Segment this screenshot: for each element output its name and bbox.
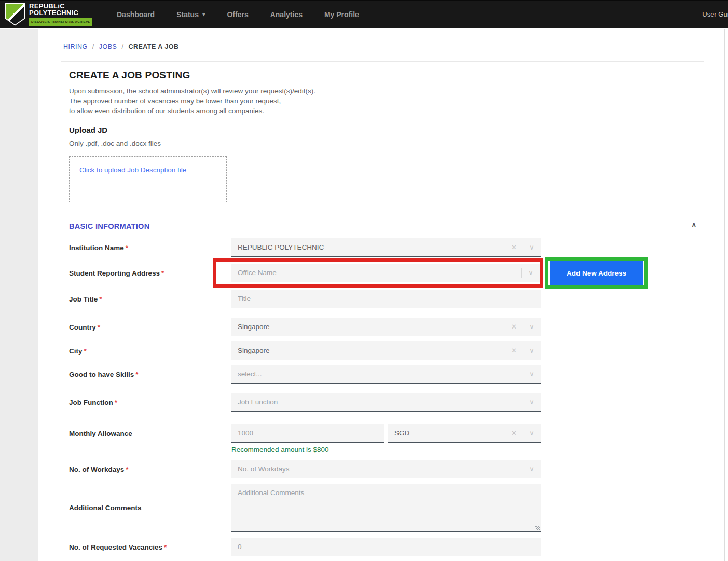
row-city: City* Singapore ✕ ∨ — [69, 341, 724, 360]
row-additional-comments: Additional Comments — [69, 484, 724, 532]
field-label: No. of Workdays — [69, 466, 124, 473]
nav-item-analytics[interactable]: Analytics — [270, 10, 303, 19]
upload-dropzone[interactable]: Click to upload Job Description file — [69, 156, 227, 202]
chevron-up-icon[interactable]: ∧ — [691, 221, 696, 228]
brand-tagline: DISCOVER. TRANSFORM. ACHIEVE — [29, 18, 92, 26]
clear-icon[interactable]: ✕ — [505, 429, 523, 437]
required-asterisk: * — [99, 295, 102, 303]
highlight-green-box: Add New Address — [545, 257, 648, 289]
rp-shield-icon — [5, 3, 25, 26]
row-country: Country* Singapore ✕ ∨ — [69, 318, 724, 336]
clear-icon[interactable]: ✕ — [505, 243, 523, 251]
required-asterisk: * — [164, 543, 167, 551]
clear-icon[interactable]: ✕ — [505, 323, 523, 331]
brand-line2: POLYTECHNIC — [29, 9, 92, 16]
chevron-down-icon[interactable]: ∨ — [523, 323, 541, 331]
nav-item-status[interactable]: Status ▾ — [176, 10, 205, 19]
right-edge-divider — [724, 29, 725, 561]
field-label: Good to have Skills — [69, 371, 134, 378]
row-requested-vacancies: No. of Requested Vacancies* — [69, 538, 724, 556]
highlight-red-box: Office Name ∨ — [213, 258, 543, 288]
row-student-reporting-address: Student Reporting Address* Office Name ∨… — [69, 257, 724, 289]
field-label: Student Reporting Address — [69, 269, 160, 277]
chevron-down-icon[interactable]: ∨ — [523, 243, 541, 251]
chevron-down-icon[interactable]: ∨ — [523, 347, 541, 354]
field-label: Job Title — [69, 295, 98, 303]
page-title: CREATE A JOB POSTING — [69, 70, 724, 81]
required-asterisk: * — [135, 371, 138, 378]
brand-logo[interactable]: REPUBLiC POLYTECHNIC DISCOVER. TRANSFORM… — [0, 1, 102, 28]
job-function-select[interactable]: Job Function ∨ — [231, 393, 541, 412]
city-select[interactable]: Singapore ✕ ∨ — [231, 341, 541, 360]
divider — [61, 61, 704, 62]
workdays-select[interactable]: No. of Workdays ∨ — [231, 460, 541, 478]
required-asterisk: * — [98, 323, 100, 331]
skills-select[interactable]: select... ∨ — [231, 365, 541, 384]
row-institution-name: Institution Name* REPUBLIC POLYTECHNIC ✕… — [69, 238, 724, 257]
chevron-down-icon[interactable]: ∨ — [523, 398, 541, 406]
row-monthly-allowance: Monthly Allowance SGD ✕ ∨ Recommended am… — [69, 424, 724, 453]
required-asterisk: * — [161, 269, 164, 277]
nav-item-dashboard[interactable]: Dashboard — [117, 10, 155, 19]
field-label: Additional Comments — [69, 504, 142, 512]
requested-vacancies-input[interactable] — [231, 538, 541, 556]
section-title: BASIC INFORMATION — [69, 222, 149, 230]
country-select[interactable]: Singapore ✕ ∨ — [231, 318, 541, 336]
field-label: Country — [69, 323, 96, 331]
field-label: Job Function — [69, 399, 113, 406]
main-content: HIRING / JOBS / CREATE A JOB CREATE A JO… — [38, 29, 724, 561]
nav-item-user-guide[interactable]: User Guide — [702, 1, 728, 28]
allowance-helper-text: Recommended amount is $800 — [231, 446, 724, 453]
chevron-down-icon[interactable]: ∨ — [523, 370, 541, 378]
currency-select[interactable]: SGD ✕ ∨ — [388, 424, 541, 443]
breadcrumb-current: CREATE A JOB — [128, 43, 178, 50]
required-asterisk: * — [126, 244, 128, 252]
breadcrumb-separator: / — [121, 43, 123, 50]
chevron-down-icon[interactable]: ∨ — [523, 429, 541, 437]
office-name-select[interactable]: Office Name ∨ — [231, 264, 540, 282]
basic-information-header: BASIC INFORMATION ∧ — [61, 215, 704, 238]
institution-name-select[interactable]: REPUBLIC POLYTECHNIC ✕ ∨ — [231, 238, 541, 257]
breadcrumb: HIRING / JOBS / CREATE A JOB — [38, 29, 724, 61]
allowance-amount-input[interactable] — [231, 424, 384, 443]
nav-item-my-profile[interactable]: My Profile — [324, 10, 359, 19]
field-label: Institution Name — [69, 244, 124, 252]
job-posting-form: Institution Name* REPUBLIC POLYTECHNIC ✕… — [38, 238, 724, 556]
chevron-down-icon[interactable]: ∨ — [523, 465, 541, 473]
field-label: No. of Requested Vacancies — [69, 543, 162, 551]
brand-line1: REPUBLiC — [29, 3, 92, 9]
breadcrumb-separator: / — [92, 43, 94, 50]
field-label: Monthly Allowance — [69, 430, 132, 437]
row-job-title: Job Title* — [69, 290, 724, 308]
upload-jd-heading: Upload JD — [69, 126, 724, 134]
add-new-address-button[interactable]: Add New Address — [550, 261, 643, 285]
chevron-down-icon: ▾ — [202, 11, 205, 18]
clear-icon[interactable]: ✕ — [505, 347, 523, 354]
row-no-of-workdays: No. of Workdays* No. of Workdays ∨ — [69, 460, 724, 478]
upload-jd-subtext: Only .pdf, .doc and .docx files — [69, 140, 724, 147]
intro-text: Upon submission, the school administrato… — [69, 86, 724, 116]
row-good-to-have-skills: Good to have Skills* select... ∨ — [69, 365, 724, 384]
nav-item-offers[interactable]: Offers — [227, 10, 248, 19]
nav-menu: Dashboard Status ▾ Offers Analytics My P… — [102, 10, 359, 19]
breadcrumb-hiring[interactable]: HIRING — [63, 43, 88, 50]
row-job-function: Job Function* Job Function ∨ — [69, 393, 724, 412]
breadcrumb-jobs[interactable]: JOBS — [99, 43, 117, 50]
top-navbar: REPUBLiC POLYTECHNIC DISCOVER. TRANSFORM… — [0, 0, 728, 28]
field-label: City — [69, 347, 83, 355]
chevron-down-icon[interactable]: ∨ — [522, 269, 540, 277]
upload-dropzone-label: Click to upload Job Description file — [79, 166, 186, 174]
required-asterisk: * — [84, 347, 87, 355]
left-rail — [0, 29, 38, 561]
job-title-input[interactable] — [231, 290, 541, 308]
required-asterisk: * — [115, 399, 117, 406]
required-asterisk: * — [126, 466, 128, 473]
additional-comments-textarea[interactable] — [231, 484, 541, 532]
